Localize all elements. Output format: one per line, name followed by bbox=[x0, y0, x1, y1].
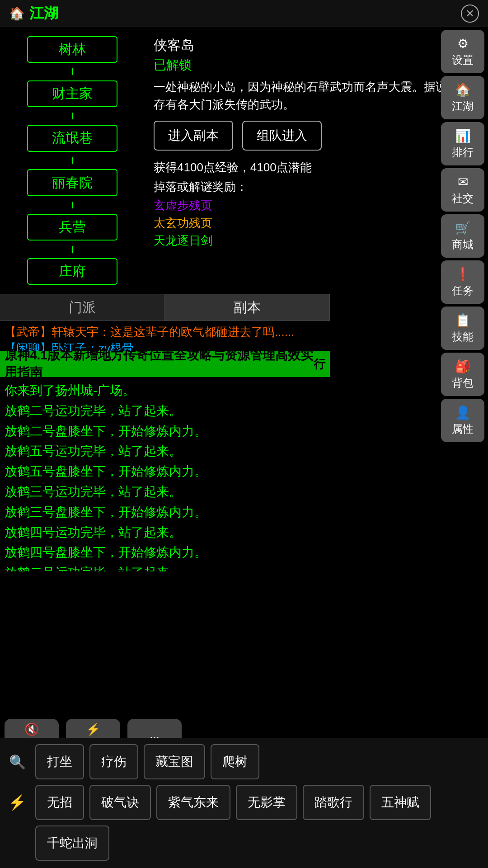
map-connector bbox=[72, 202, 73, 208]
action-row-2: ⚡ 无招 破气诀 紫气东来 无影掌 踏歌行 五神赋 bbox=[5, 785, 483, 820]
top-bar-left: 🏠 江湖 bbox=[9, 4, 58, 24]
task-icon: ❗ bbox=[455, 267, 471, 282]
dungeon-info: 侠客岛 已解锁 一处神秘的小岛，因为神秘的石壁武功而名声大震。据说里面存有各大门… bbox=[145, 27, 488, 294]
tab-fuben[interactable]: 副本 bbox=[165, 294, 330, 321]
dungeon-rewards-text: 获得4100点经验，4100点潜能 bbox=[154, 160, 479, 175]
map-node-4[interactable]: 丽春院 bbox=[27, 169, 117, 196]
reward-2: 太玄功残页 bbox=[154, 215, 479, 231]
ad-text: 原神4.1版本新增地方传奇位置全攻略与资源管理高效实用指南 bbox=[5, 347, 314, 381]
shop-button[interactable]: 🛒 商城 bbox=[441, 214, 484, 258]
action-ziqidonglai[interactable]: 紫气东来 bbox=[156, 785, 230, 820]
map-connector bbox=[72, 113, 73, 119]
bag-button[interactable]: 🎒 背包 bbox=[441, 353, 484, 396]
log-line-3: 放鹤二号盘膝坐下，开始修炼内力。 bbox=[5, 421, 325, 442]
action-dazuo[interactable]: 打坐 bbox=[35, 744, 84, 779]
chat-line-1: 【武帝】轩辕天宇：这是这辈子的欧气都砸进去了吗...... bbox=[5, 324, 325, 340]
dungeon-map: 树林 财主家 流氓巷 丽春院 兵营 庄府 bbox=[0, 27, 145, 294]
map-node-3[interactable]: 流氓巷 bbox=[27, 125, 117, 151]
action-tagexing[interactable]: 踏歌行 bbox=[303, 785, 364, 820]
dungeon-drop-label: 掉落或解谜奖励： bbox=[154, 179, 479, 195]
team-enter-button[interactable]: 组队进入 bbox=[242, 121, 322, 151]
tabs-bar: 门派 副本 bbox=[0, 294, 330, 321]
log-line-9: 放鹤四号盘膝坐下，开始修炼内力。 bbox=[5, 542, 325, 563]
social-button[interactable]: ✉ 社交 bbox=[441, 168, 484, 212]
map-connector bbox=[72, 68, 73, 75]
attributes-button[interactable]: 👤 属性 bbox=[441, 399, 484, 442]
content-area: 树林 财主家 流氓巷 丽春院 兵营 庄府 侠客岛 已解锁 一处神秘的小岛，因为神… bbox=[0, 27, 488, 294]
lightning-icon-btn[interactable]: ⚡ bbox=[5, 790, 30, 815]
reward-3: 天龙逐日剑 bbox=[154, 233, 479, 249]
ranking-icon: 📊 bbox=[455, 128, 471, 143]
map-node-5[interactable]: 兵营 bbox=[27, 214, 117, 241]
action-wuzhao[interactable]: 无招 bbox=[35, 785, 84, 820]
home-side-icon: 🏠 bbox=[455, 82, 471, 97]
log-line-7: 放鹤三号盘膝坐下，开始修炼内力。 bbox=[5, 502, 325, 523]
action-row-1: 🔍 打坐 疗伤 藏宝图 爬树 bbox=[5, 744, 483, 779]
chat-icon: 🔇 bbox=[24, 722, 39, 736]
app-title: 江湖 bbox=[29, 4, 58, 24]
bottom-actions: 🔍 打坐 疗伤 藏宝图 爬树 ⚡ 无招 破气诀 紫气东来 无影掌 踏歌行 五神赋… bbox=[0, 738, 488, 868]
action-poquijue[interactable]: 破气诀 bbox=[89, 785, 151, 820]
task-button[interactable]: ❗ 任务 bbox=[441, 260, 484, 304]
dungeon-description: 一处神秘的小岛，因为神秘的石壁武功而名声大震。据说里面存有各大门派失传的武功。 bbox=[154, 78, 479, 113]
ranking-button[interactable]: 📊 排行 bbox=[441, 122, 484, 165]
skills-icon: 📋 bbox=[455, 313, 471, 328]
tab-menpai[interactable]: 门派 bbox=[0, 294, 165, 321]
log-line-4: 放鹤五号运功完毕，站了起来。 bbox=[5, 441, 325, 462]
log-line-2: 放鹤二号运功完毕，站了起来。 bbox=[5, 401, 325, 421]
enter-dungeon-button[interactable]: 进入副本 bbox=[154, 121, 233, 151]
reward-1: 玄虚步残页 bbox=[154, 198, 479, 213]
jianghu-button[interactable]: 🏠 江湖 bbox=[441, 76, 484, 119]
log-line-8: 放鹤四号运功完毕，站了起来。 bbox=[5, 523, 325, 543]
top-bar: 🏠 江湖 ✕ bbox=[0, 0, 488, 27]
dungeon-buttons: 进入副本 组队进入 bbox=[154, 121, 479, 151]
social-icon: ✉ bbox=[458, 175, 468, 189]
action-pashu[interactable]: 爬树 bbox=[211, 744, 259, 779]
map-node-2[interactable]: 财主家 bbox=[27, 80, 117, 107]
dungeon-status: 已解锁 bbox=[154, 57, 479, 74]
log-line-1: 你来到了扬州城-广场。 bbox=[5, 381, 325, 401]
close-button[interactable]: ✕ bbox=[461, 5, 479, 23]
action-liaoshang[interactable]: 疗伤 bbox=[89, 744, 138, 779]
settings-icon: ⚙ bbox=[457, 36, 469, 51]
action-wushenfu[interactable]: 五神赋 bbox=[370, 785, 431, 820]
map-connector bbox=[72, 157, 73, 164]
bag-icon: 🎒 bbox=[455, 359, 471, 374]
dungeon-title: 侠客岛 bbox=[154, 36, 479, 55]
ad-banner[interactable]: 原神4.1版本新增地方传奇位置全攻略与资源管理高效实用指南 行 bbox=[0, 351, 330, 377]
skills-button[interactable]: 📋 技能 bbox=[441, 307, 484, 350]
game-log: 你来到了扬州城-广场。 放鹤二号运功完毕，站了起来。 放鹤二号盘膝坐下，开始修炼… bbox=[0, 377, 330, 571]
log-line-10: 放鹤二号运功完毕，站了起来。 bbox=[5, 563, 325, 571]
map-node-6[interactable]: 庄府 bbox=[27, 258, 117, 285]
map-connector bbox=[72, 246, 73, 253]
home-icon: 🏠 bbox=[9, 6, 25, 21]
side-buttons: ⚙ 设置 🏠 江湖 📊 排行 ✉ 社交 🛒 商城 ❗ 任务 📋 技能 🎒 背包 … bbox=[438, 27, 488, 445]
log-line-6: 放鹤三号运功完毕，站了起来。 bbox=[5, 482, 325, 502]
log-line-5: 放鹤五号盘膝坐下，开始修炼内力。 bbox=[5, 462, 325, 482]
map-node-1[interactable]: 树林 bbox=[27, 36, 117, 63]
ad-right-label: 行 bbox=[314, 356, 325, 372]
action-row-3: 千蛇出洞 bbox=[5, 826, 483, 861]
attributes-icon: 👤 bbox=[455, 405, 471, 420]
action-icon: ⚡ bbox=[86, 722, 100, 736]
action-wuyingzhang[interactable]: 无影掌 bbox=[236, 785, 297, 820]
action-qianshechedong[interactable]: 千蛇出洞 bbox=[35, 826, 109, 861]
search-icon-btn[interactable]: 🔍 bbox=[5, 749, 30, 774]
action-canbaotu[interactable]: 藏宝图 bbox=[144, 744, 205, 779]
settings-button[interactable]: ⚙ 设置 bbox=[441, 30, 484, 73]
shop-icon: 🛒 bbox=[455, 221, 471, 236]
